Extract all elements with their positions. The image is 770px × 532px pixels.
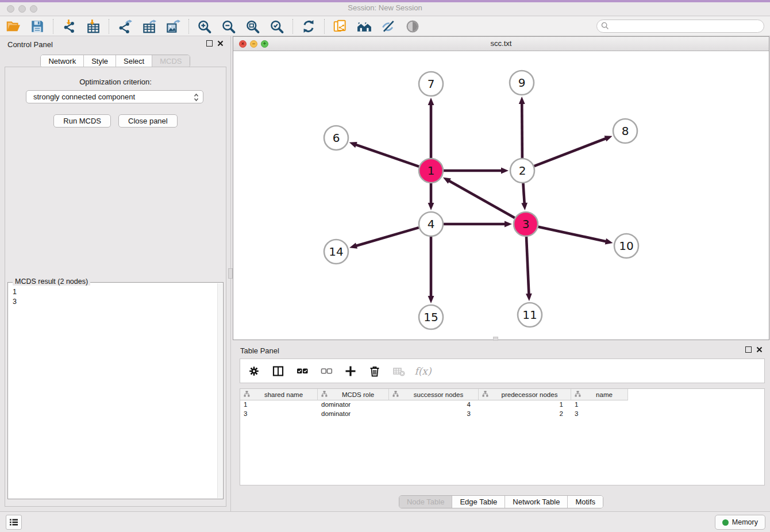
tab-edge-table[interactable]: Edge Table [452, 496, 505, 508]
tab-network[interactable]: Network [41, 55, 83, 67]
memory-label: Memory [732, 518, 758, 526]
mcds-result-values: 13 [13, 287, 17, 307]
close-panel-icon[interactable] [217, 40, 224, 47]
table-cell: 1 [240, 400, 318, 410]
criterion-value: strongly connected component [33, 92, 135, 101]
node-table[interactable]: shared nameMCDS rolesuccessor nodesprede… [240, 388, 765, 485]
mcds-panel: Optimization criterion: strongly connect… [5, 67, 226, 507]
first-neighbors-icon[interactable] [356, 18, 373, 35]
open-file-icon[interactable] [5, 18, 22, 35]
export-table-icon[interactable] [140, 18, 157, 35]
table-cell: 2 [479, 410, 571, 419]
export-image-icon[interactable] [164, 18, 182, 35]
network-view-window: × − + scc.txt 7968124314101511 [233, 36, 769, 340]
deselect-all-icon[interactable] [318, 363, 334, 379]
run-mcds-button[interactable]: Run MCDS [53, 114, 111, 128]
graph-edge-3-11[interactable] [526, 237, 529, 295]
zoom-out-icon[interactable] [220, 18, 237, 35]
import-table-icon[interactable] [84, 18, 102, 35]
add-row-icon[interactable] [342, 363, 359, 379]
delete-row-icon[interactable] [367, 363, 383, 379]
result-value: 3 [13, 297, 17, 307]
edge-arrowhead [605, 238, 613, 245]
node-label: 14 [329, 245, 343, 259]
tab-select[interactable]: Select [116, 55, 152, 67]
control-panel-title: Control Panel [7, 40, 53, 49]
edge-arrowhead [349, 142, 357, 148]
network-canvas[interactable]: 7968124314101511 [233, 51, 769, 340]
table-cell: dominator [318, 410, 389, 419]
graph-edge-3-1[interactable] [448, 180, 515, 218]
graph-edge-3-10[interactable] [538, 227, 607, 242]
tab-network-table[interactable]: Network Table [505, 496, 567, 508]
function-icon: f(x) [415, 363, 431, 379]
table-toolbar: f(x) [240, 358, 765, 383]
zoom-in-icon[interactable] [196, 18, 213, 35]
horizontal-splitter-grip[interactable] [493, 337, 498, 341]
vertical-splitter-grip[interactable] [228, 268, 233, 279]
column-type-icon [321, 391, 328, 398]
split-pane-icon[interactable] [270, 363, 286, 379]
graph-edge-2-3[interactable] [523, 183, 524, 205]
search-input[interactable] [596, 20, 764, 33]
tab-motifs[interactable]: Motifs [567, 496, 603, 508]
edge-arrowhead [428, 296, 434, 303]
node-label: 8 [622, 124, 629, 138]
list-icon [9, 518, 18, 526]
zoom-selected-icon[interactable] [268, 18, 286, 35]
table-cell: 4 [389, 400, 479, 410]
column-type-icon [244, 391, 250, 398]
graph-edge-2-9[interactable] [522, 102, 522, 158]
toolbar-separator [292, 19, 293, 34]
node-label: 2 [519, 164, 526, 178]
graph-edge-4-14[interactable] [355, 228, 419, 246]
node-label: 4 [428, 217, 435, 231]
select-all-icon[interactable] [294, 363, 310, 379]
table-panel: Table Panel f(x) shared nameMCDS rolesuc… [233, 342, 769, 511]
table-tabs: Node TableEdge TableNetwork TableMotifs [233, 495, 769, 508]
toolbar-separator [109, 19, 109, 34]
column-header-shared-name[interactable]: shared name [240, 389, 318, 400]
import-network-icon[interactable] [60, 18, 78, 35]
application-window: Session: New Session Control Panel Netwo… [0, 0, 770, 532]
show-all-icon[interactable] [404, 18, 421, 35]
memory-button[interactable]: Memory [715, 515, 765, 530]
task-history-button[interactable] [6, 515, 22, 530]
graph-edge-2-8[interactable] [534, 138, 607, 166]
table-cell: 1 [571, 400, 628, 410]
network-window-title: scc.txt [233, 39, 769, 48]
toolbar-separator [53, 19, 53, 34]
tab-node-table[interactable]: Node Table [399, 496, 452, 508]
table-row[interactable]: 1dominator411 [240, 400, 764, 410]
table-row[interactable]: 3dominator323 [240, 410, 764, 419]
apply-layout-icon[interactable] [300, 18, 317, 35]
float-panel-icon[interactable] [206, 40, 213, 47]
zoom-fit-icon[interactable] [244, 18, 261, 35]
gear-icon[interactable] [246, 363, 262, 379]
float-table-panel-icon[interactable] [745, 346, 752, 353]
criterion-dropdown[interactable]: strongly connected component [26, 90, 203, 103]
edge-arrowhead [349, 242, 357, 248]
column-header-name[interactable]: name [571, 389, 628, 400]
column-header-MCDS-role[interactable]: MCDS role [318, 389, 389, 400]
column-header-successor-nodes[interactable]: successor nodes [389, 389, 479, 400]
close-panel-button[interactable]: Close panel [118, 114, 178, 128]
result-scrollbar[interactable] [217, 283, 222, 498]
save-session-icon[interactable] [29, 18, 46, 35]
clone-network-icon[interactable] [332, 18, 349, 35]
table-cell: 3 [240, 410, 318, 419]
tab-mcds[interactable]: MCDS [152, 55, 189, 67]
node-label: 11 [522, 308, 537, 322]
hide-selected-icon[interactable] [380, 18, 397, 35]
column-header-predecessor-nodes[interactable]: predecessor nodes [479, 389, 571, 400]
export-network-icon[interactable] [116, 18, 133, 35]
close-table-panel-icon[interactable] [756, 346, 763, 353]
graph-edge-1-6[interactable] [355, 144, 419, 167]
column-type-icon [575, 391, 581, 398]
edge-arrowhead [526, 294, 532, 301]
tab-style[interactable]: Style [83, 55, 116, 67]
search-box [596, 20, 764, 33]
edge-arrowhead [521, 203, 528, 210]
table-cell: 1 [479, 400, 571, 410]
node-label: 1 [428, 164, 435, 178]
